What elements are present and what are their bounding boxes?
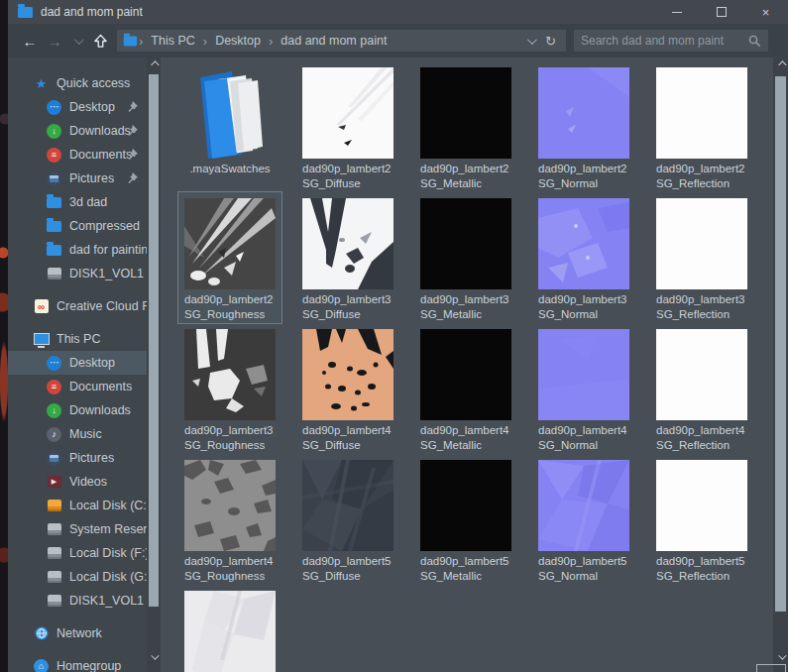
up-button[interactable] bbox=[87, 24, 113, 57]
title-bar[interactable]: dad and mom paint × bbox=[8, 0, 788, 24]
file-name: dad90p_lambert4SG_Diffuse bbox=[302, 423, 394, 453]
sidebar-item-network[interactable]: Network bbox=[8, 621, 147, 645]
file-tile[interactable]: dad90p_lambert3SG_Roughness bbox=[178, 323, 281, 454]
refresh-button[interactable]: ↻ bbox=[541, 34, 560, 49]
sidebar: ★Quick access⋯Desktop↓Downloads≡Document… bbox=[8, 57, 147, 672]
file-thumbnail bbox=[420, 198, 511, 289]
file-name: .mayaSwatches bbox=[184, 162, 276, 176]
file-thumbnail bbox=[420, 329, 511, 420]
explorer-window: dad and mom paint × ← → › This PC › Desk… bbox=[8, 0, 788, 672]
file-tile[interactable]: dad90p_lambert2SG_Diffuse bbox=[296, 61, 399, 192]
file-thumbnail bbox=[538, 329, 629, 420]
sidebar-item-quick-access[interactable]: ★Quick access bbox=[8, 71, 147, 95]
file-thumbnail bbox=[656, 198, 747, 289]
pin-icon bbox=[127, 125, 138, 136]
disk-icon bbox=[46, 266, 62, 281]
search-box[interactable]: Search dad and mom paint bbox=[574, 30, 768, 52]
sidebar-item-compressed[interactable]: Compressed bbox=[8, 214, 147, 238]
scroll-up-icon[interactable] bbox=[773, 59, 788, 73]
sidebar-item-documents[interactable]: ≡Documents bbox=[8, 143, 147, 167]
content-scrollbar-thumb[interactable] bbox=[775, 76, 786, 612]
file-tile[interactable]: dad90p_lambert5SG_Reflection bbox=[650, 454, 753, 585]
sidebar-item-downloads[interactable]: ↓Downloads bbox=[8, 119, 147, 143]
minimize-icon bbox=[672, 12, 682, 13]
sidebar-item-music[interactable]: ♪Music bbox=[8, 422, 147, 446]
address-bar[interactable]: › This PC › Desktop › dad and mom paint … bbox=[117, 30, 566, 52]
folder-tile[interactable]: .mayaSwatches bbox=[178, 61, 281, 192]
file-tile[interactable]: dad90p_lambert2SG_Metallic bbox=[414, 61, 517, 192]
sidebar-scrollbar-thumb[interactable] bbox=[149, 74, 159, 607]
sidebar-item-desktop[interactable]: ⋯Desktop bbox=[8, 95, 147, 119]
chevron-down-icon bbox=[73, 35, 83, 45]
breadcrumb-this-pc[interactable]: This PC bbox=[144, 34, 201, 48]
search-placeholder: Search dad and mom paint bbox=[581, 34, 748, 48]
file-tile[interactable]: dad90p_lambert2SG_Roughness bbox=[178, 192, 281, 323]
forward-button[interactable]: → bbox=[42, 24, 67, 57]
sidebar-item-dad-for-painting[interactable]: dad for painting bbox=[8, 238, 147, 262]
sidebar-item-downloads[interactable]: ↓Downloads bbox=[8, 398, 147, 422]
downloads-icon: ↓ bbox=[46, 123, 62, 139]
sidebar-item-disk1-vol1-v[interactable]: DISK1_VOL1 (V:) bbox=[8, 262, 147, 285]
file-tile[interactable]: dad90p_lambert4SG_Metallic bbox=[414, 323, 517, 454]
sidebar-item-documents[interactable]: ≡Documents bbox=[8, 375, 147, 398]
file-tile[interactable]: dad90p_lambert4SG_Normal bbox=[532, 323, 635, 454]
file-tile[interactable]: dad90p_lambert3SG_Normal bbox=[532, 192, 635, 323]
sidebar-item-videos[interactable]: ▶Videos bbox=[8, 470, 147, 494]
folder-icon bbox=[46, 242, 62, 258]
file-tile[interactable]: dad90p_lambert5SG_Normal bbox=[532, 454, 635, 585]
file-tile[interactable]: dad90p_lambert2SG_Reflection bbox=[650, 61, 753, 192]
scroll-down-icon[interactable] bbox=[147, 650, 161, 664]
file-tile[interactable]: dad90p_lambert4SG_Diffuse bbox=[296, 323, 399, 454]
scroll-down-icon[interactable] bbox=[773, 650, 788, 664]
sidebar-item-label: Documents bbox=[69, 380, 132, 393]
close-button[interactable]: × bbox=[743, 0, 788, 24]
sidebar-item-desktop[interactable]: ⋯Desktop bbox=[8, 351, 147, 375]
content-scrollbar[interactable] bbox=[773, 57, 788, 672]
file-tile[interactable]: dad90p_lambert3SG_Metallic bbox=[414, 192, 517, 323]
sidebar-item-3d-dad[interactable]: 3d dad bbox=[8, 190, 147, 214]
sidebar-item-local-disk-f[interactable]: Local Disk (F:) bbox=[8, 541, 147, 565]
sidebar-item-pictures[interactable]: Pictures bbox=[8, 446, 147, 470]
file-tile[interactable]: dad90p_lambert4SG_Reflection bbox=[650, 323, 753, 454]
breadcrumb-desktop[interactable]: Desktop bbox=[208, 34, 268, 48]
sidebar-item-local-disk-g[interactable]: Local Disk (G:) bbox=[8, 565, 147, 589]
file-name: dad90p_lambert4SG_Roughness bbox=[184, 554, 276, 584]
sidebar-item-label: Videos bbox=[69, 475, 107, 489]
sidebar-item-this-pc[interactable]: This PC bbox=[8, 327, 147, 351]
file-tile[interactable]: dad90p_lambert4SG_Roughness bbox=[178, 454, 281, 585]
back-button[interactable]: ← bbox=[18, 24, 42, 57]
sidebar-item-pictures[interactable]: Pictures bbox=[8, 167, 147, 190]
sidebar-item-homegroup[interactable]: ⌂Homegroup bbox=[8, 654, 147, 672]
pin-icon bbox=[127, 149, 138, 160]
file-tile[interactable]: dad90p_lambert5SG_Diffuse bbox=[296, 454, 399, 585]
file-tile[interactable]: dad90p_lambert3SG_Reflection bbox=[650, 192, 753, 323]
recent-locations-button[interactable] bbox=[67, 24, 87, 57]
file-tile[interactable]: dad90p_lambert2SG_Normal bbox=[532, 61, 635, 192]
maximize-button[interactable] bbox=[699, 0, 743, 24]
disk-icon bbox=[46, 569, 62, 585]
sidebar-scrollbar[interactable] bbox=[147, 57, 161, 672]
window-title: dad and mom paint bbox=[41, 5, 143, 19]
scroll-up-icon[interactable] bbox=[147, 59, 161, 73]
sidebar-item-disk1-vol1-v[interactable]: DISK1_VOL1 (V:) bbox=[8, 589, 147, 613]
file-thumbnail bbox=[420, 67, 511, 159]
file-name: dad90p_lambert3SG_Metallic bbox=[420, 292, 511, 322]
file-tile[interactable]: dad90p_lambert5SG_Metallic bbox=[414, 454, 517, 585]
disk-icon bbox=[46, 545, 62, 561]
minimize-button[interactable] bbox=[654, 0, 699, 24]
file-thumbnail bbox=[184, 460, 276, 551]
sidebar-item-local-disk-c[interactable]: Local Disk (C:) bbox=[8, 494, 147, 517]
breadcrumb-current-folder[interactable]: dad and mom paint bbox=[274, 34, 394, 48]
file-thumbnail bbox=[538, 460, 629, 551]
chevron-down-icon bbox=[527, 35, 537, 45]
videos-icon: ▶ bbox=[46, 474, 62, 490]
file-name: dad90p_lambert3SG_Reflection bbox=[656, 292, 747, 322]
file-tile[interactable] bbox=[178, 585, 281, 672]
file-thumbnail bbox=[656, 67, 747, 159]
sidebar-item-creative-cloud-fil[interactable]: ∞Creative Cloud Fil bbox=[8, 294, 147, 318]
folder-icon bbox=[46, 194, 62, 210]
file-tile[interactable]: dad90p_lambert3SG_Diffuse bbox=[296, 192, 399, 323]
address-dropdown-button[interactable] bbox=[520, 38, 541, 45]
sidebar-item-system-reserved[interactable]: System Reserved bbox=[8, 517, 147, 541]
sidebar-item-label: Creative Cloud Fil bbox=[56, 299, 147, 313]
